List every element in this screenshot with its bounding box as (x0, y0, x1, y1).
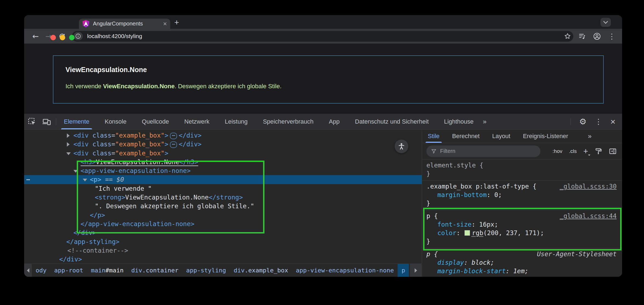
tab-speicherverbrauch[interactable]: Speicherverbrauch (263, 114, 314, 129)
tab-konsole[interactable]: Konsole (105, 114, 127, 129)
breadcrumb-item-div-example-box[interactable]: div.example_box (230, 264, 292, 277)
tab-lighthouse[interactable]: Lighthouse (444, 114, 474, 129)
tree-row[interactable]: ". Deswegen akzeptiere ich globale Stile… (24, 202, 422, 210)
device-toolbar-icon[interactable] (42, 118, 51, 126)
traffic-zoom-button[interactable] (69, 35, 75, 40)
tree-row[interactable]: </p> (24, 211, 422, 220)
new-tab-button[interactable]: + (174, 18, 179, 27)
rule-selector[interactable]: .example_box p:last-of-type { (426, 183, 537, 190)
traffic-close-button[interactable] (50, 35, 56, 40)
tree-row[interactable]: <!--container--> (24, 246, 422, 255)
tab-app[interactable]: App (329, 114, 340, 129)
collapsed-arrow-icon[interactable] (67, 133, 70, 138)
browser-tab[interactable]: AngularComponents × (79, 19, 170, 29)
back-button[interactable]: ← (32, 32, 39, 41)
tree-row[interactable]: <strong>ViewEncapsulation.None</strong> (24, 193, 422, 202)
tab-netzwerk[interactable]: Netzwerk (184, 114, 210, 129)
breadcrumb-item-body[interactable]: ody (32, 264, 50, 277)
info-icon (75, 33, 81, 39)
tab-datenschutz[interactable]: Datenschutz und Sicherheit (355, 114, 429, 129)
collapsed-arrow-icon[interactable] (67, 142, 70, 147)
breadcrumb-prev-button[interactable] (24, 264, 32, 277)
breadcrumb-item-main[interactable]: main#main (87, 264, 127, 277)
rule-example-box-last-of-type[interactable]: _global.scss:30.example_box p:last-of-ty… (422, 181, 622, 210)
breadcrumb-next-button[interactable] (410, 264, 421, 277)
tree-row[interactable]: <div class="example_box"> (24, 149, 422, 158)
breadcrumb-item-app-view-encapsulation-none[interactable]: app-view-encapsulation-none (292, 264, 398, 277)
css-property[interactable]: color: rgb(200, 237, 171); (422, 229, 622, 237)
more-sidebar-tabs-icon[interactable]: » (588, 130, 592, 143)
breadcrumb-item-app-styling[interactable]: app-styling (182, 264, 230, 277)
css-property[interactable]: margin-block-end: 1em; (422, 275, 622, 277)
tree-row[interactable]: </div> (24, 228, 422, 237)
breadcrumb-item-p-selected[interactable]: p (398, 264, 409, 277)
expanded-arrow-icon[interactable] (83, 179, 87, 181)
address-bar[interactable]: localhost:4200/styling (72, 31, 573, 42)
tab-quellcode[interactable]: Quellcode (142, 114, 169, 129)
stylesheet-link[interactable]: _global.scss:44 (560, 212, 617, 220)
breadcrumb-item-div-container[interactable]: div.container (127, 264, 182, 277)
tab-ereignis-listener[interactable]: Ereignis-Listener (523, 130, 568, 143)
bookmark-star-icon[interactable] (564, 33, 571, 40)
browser-menu-icon[interactable]: ⋮ (608, 33, 615, 40)
tree-row[interactable]: <app-view-encapsulation-none> (24, 166, 422, 175)
sidebar-toggle-icon[interactable] (609, 147, 617, 155)
paragraph-text: Ich verwende (65, 83, 103, 90)
browser-toolbar: ← → localhost:4200/styling (24, 29, 622, 44)
devtools-close-icon[interactable]: × (610, 117, 615, 126)
tab-berechnet[interactable]: Berechnet (452, 130, 480, 143)
expand-ellipsis-icon[interactable]: ⋯ (170, 141, 177, 148)
site-info-chip[interactable] (73, 32, 83, 40)
rule-element-style[interactable]: element.style { } (422, 159, 622, 181)
tree-row[interactable]: "Ich verwende " (24, 184, 422, 193)
tab-leistung[interactable]: Leistung (225, 114, 247, 129)
filter-funnel-icon (431, 148, 437, 154)
media-controls-icon[interactable] (578, 32, 586, 40)
tree-row-selected[interactable]: ⋯<p> == $0 (24, 175, 422, 184)
rule-selector[interactable]: p { (426, 250, 438, 258)
tab-stile[interactable]: Stile (428, 130, 440, 143)
style-filter-input[interactable]: Filtern (426, 146, 540, 157)
devtools-menu-icon[interactable]: ⋮ (595, 118, 602, 125)
tab-elemente[interactable]: Elemente (64, 114, 89, 129)
tree-row[interactable]: </div> (24, 255, 422, 264)
css-property[interactable]: font-size: 16px; (422, 220, 622, 229)
breadcrumb-item-app-root[interactable]: app-root (50, 264, 87, 277)
more-tabs-icon[interactable]: » (483, 114, 487, 129)
rendering-brush-icon[interactable] (595, 147, 602, 155)
rule-close-brace: } (422, 237, 622, 246)
devtools-main: <div class="example_box">⋯</div> <div cl… (24, 130, 622, 277)
toggle-hover-state[interactable]: :hov (552, 148, 562, 154)
tree-row[interactable]: <h3>ViewEncapsulation.None</h3> (24, 158, 422, 166)
rule-p-global[interactable]: _global.scss:44p { font-size: 16px; colo… (422, 210, 622, 248)
tree-row[interactable]: <div class="example_box">⋯</div> (24, 131, 422, 140)
inspect-element-icon[interactable] (28, 118, 36, 126)
rule-user-agent[interactable]: User-Agent-Stylesheetp { display: block;… (422, 248, 622, 277)
stylesheet-link[interactable]: _global.scss:30 (560, 182, 617, 191)
profile-avatar-icon[interactable] (593, 32, 601, 40)
settings-gear-icon[interactable]: ⚙ (579, 117, 586, 126)
css-property[interactable]: margin-block-start: 1em; (422, 267, 622, 275)
css-property[interactable]: display: block; (422, 258, 622, 267)
expanded-arrow-icon[interactable] (66, 152, 71, 155)
tab-strip: AngularComponents × + (24, 15, 622, 29)
new-style-rule-button[interactable]: + (583, 147, 588, 155)
tab-layout[interactable]: Layout (492, 130, 510, 143)
tree-row[interactable]: </app-view-encapsulation-none> (24, 220, 422, 228)
tab-close-icon[interactable]: × (163, 21, 167, 27)
toggle-classes[interactable]: .cls (569, 148, 577, 154)
color-swatch[interactable] (465, 230, 470, 236)
expand-ellipsis-icon[interactable]: ⋯ (170, 133, 177, 139)
tree-row[interactable]: </app-styling> (24, 237, 422, 246)
row-overflow-dots-icon[interactable]: ⋯ (26, 175, 30, 184)
expanded-arrow-icon[interactable] (73, 170, 78, 173)
tab-search-button[interactable] (600, 18, 611, 27)
url-text[interactable]: localhost:4200/styling (87, 33, 564, 39)
css-property[interactable]: margin-bottom: 0; (422, 191, 622, 199)
accessibility-button[interactable] (395, 139, 408, 153)
rule-selector[interactable]: p { (426, 212, 438, 220)
rule-selector[interactable]: element.style { (422, 161, 622, 170)
tree-row[interactable]: <div class="example_box">⋯</div> (24, 140, 422, 149)
rule-close-brace: } (422, 170, 622, 178)
traffic-minimize-button[interactable] (60, 35, 65, 40)
